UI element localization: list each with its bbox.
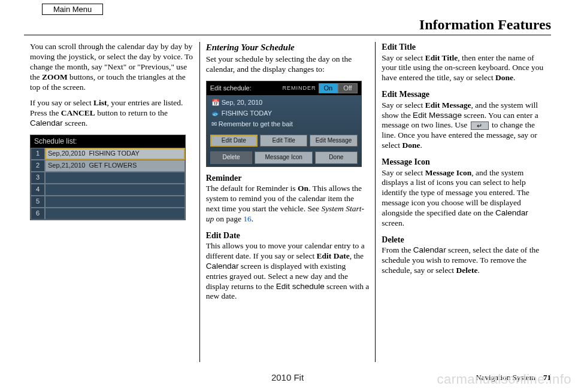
edit-message-button: Edit Message bbox=[310, 135, 357, 147]
edit-line: ✉ Remember to get the bait bbox=[211, 119, 356, 130]
message-icon-button: Message Icon bbox=[255, 151, 313, 164]
edit-schedule-screenshot: Edit schedule: REMINDER On Off 📅 Sep, 20… bbox=[206, 81, 362, 167]
text-calendar: Calendar bbox=[413, 245, 446, 254]
text: . bbox=[477, 266, 479, 275]
text: Sep, 20, 2010 bbox=[222, 99, 263, 106]
row-num: 2 bbox=[31, 160, 45, 172]
row-num: 4 bbox=[31, 184, 45, 196]
reminder-para: The default for Reminder is On. This all… bbox=[206, 184, 370, 224]
text-message-icon: Message Icon bbox=[425, 168, 472, 177]
content-columns: You can scroll through the calendar day … bbox=[24, 42, 551, 362]
text-calendar: Calendar bbox=[495, 208, 528, 217]
list-item bbox=[45, 184, 185, 196]
text-edit-title: Edit Title bbox=[425, 53, 458, 62]
text-on: On bbox=[298, 184, 308, 193]
text-edit-schedule: Edit schedule bbox=[276, 282, 325, 291]
text: button to return to the bbox=[95, 108, 168, 117]
column-3: Edit Title Say or select Edit Title, the… bbox=[375, 42, 551, 362]
text: Say or select bbox=[382, 53, 425, 62]
text: The default for Reminder is bbox=[206, 184, 298, 193]
edit-title-button: Edit Title bbox=[260, 135, 307, 147]
text-done: Done bbox=[402, 141, 420, 150]
text-edit-message-screen: Edit Message bbox=[413, 111, 462, 120]
list-item bbox=[45, 196, 185, 208]
edit-schedule-lines: 📅 Sep, 20, 2010 🐟 FISHING TODAY ✉ Rememb… bbox=[207, 95, 361, 132]
row-text: GET FLOWERS bbox=[89, 162, 137, 170]
column-1: You can scroll through the calendar day … bbox=[24, 42, 199, 362]
edit-message-para: Say or select Edit Message, and the syst… bbox=[382, 101, 545, 151]
col2-intro: Set your schedule by selecting the day o… bbox=[206, 54, 370, 75]
main-menu-button[interactable]: Main Menu bbox=[42, 4, 103, 15]
title-rule bbox=[24, 35, 551, 35]
text: on page bbox=[214, 214, 243, 223]
row-num: 5 bbox=[31, 196, 45, 208]
row-num: 1 bbox=[31, 148, 45, 160]
delete-button: Delete bbox=[210, 151, 253, 164]
reminder-on: On bbox=[319, 83, 338, 94]
text-edit-message: Edit Message bbox=[425, 101, 471, 110]
footer-model: 2010 Fit bbox=[271, 372, 304, 382]
edit-date-button: Edit Date bbox=[210, 135, 258, 147]
edit-title-para: Say or select Edit Title, then enter the… bbox=[382, 53, 545, 84]
page-link[interactable]: 16 bbox=[243, 214, 252, 223]
edit-button-row-1: Edit Date Edit Title Edit Message bbox=[207, 132, 361, 150]
edit-line: 📅 Sep, 20, 2010 bbox=[211, 98, 356, 108]
sub-reminder: Reminder bbox=[206, 173, 370, 184]
schedule-list-header: Schedule list: bbox=[31, 135, 185, 148]
text: Say or select bbox=[382, 168, 425, 177]
delete-para: From the Calendar screen, select the dat… bbox=[382, 245, 545, 276]
list-item bbox=[45, 172, 185, 184]
text-done: Done bbox=[495, 73, 513, 82]
edit-schedule-title: Edit schedule: bbox=[210, 84, 252, 93]
text-delete: Delete bbox=[456, 266, 477, 275]
sub-edit-title: Edit Title bbox=[382, 42, 545, 53]
text: screen. bbox=[382, 218, 404, 227]
sub-edit-date: Edit Date bbox=[206, 230, 370, 241]
list-item bbox=[45, 208, 185, 220]
text: FISHING TODAY bbox=[222, 110, 272, 117]
list-item: Sep,21,2010GET FLOWERS bbox=[45, 160, 185, 172]
reminder-off: Off bbox=[338, 83, 357, 94]
row-num: 3 bbox=[31, 172, 45, 184]
text: . bbox=[513, 73, 515, 82]
column-2: Entering Your Schedule Set your schedule… bbox=[199, 42, 376, 362]
sub-edit-message: Edit Message bbox=[382, 89, 545, 100]
reminder-label: REMINDER bbox=[282, 85, 316, 92]
page-title: Information Features bbox=[419, 17, 551, 33]
list-item: Sep,20,2010FISHING TODAY bbox=[45, 148, 185, 160]
schedule-list-body: 1 2 3 4 5 6 Sep,20,2010FISHING TODAY Sep… bbox=[31, 148, 185, 220]
edit-line: 🐟 FISHING TODAY bbox=[211, 108, 356, 119]
col1-para2: If you say or select List, your entries … bbox=[30, 98, 193, 129]
text-cancel: CANCEL bbox=[61, 108, 95, 117]
watermark: carmanualsonline.info bbox=[437, 372, 571, 387]
schedule-list-numbers: 1 2 3 4 5 6 bbox=[31, 148, 45, 220]
text-calendar: Calendar bbox=[206, 262, 239, 271]
edit-schedule-header: Edit schedule: REMINDER On Off bbox=[207, 81, 361, 96]
row-date: Sep,20,2010 bbox=[48, 150, 85, 158]
sub-delete: Delete bbox=[382, 235, 545, 245]
row-num: 6 bbox=[31, 208, 45, 220]
text: , the bbox=[350, 251, 364, 260]
sub-message-icon: Message Icon bbox=[382, 157, 545, 168]
edit-button-row-2: Delete Message Icon Done bbox=[207, 149, 361, 166]
row-date: Sep,21,2010 bbox=[48, 162, 85, 170]
text: If you say or select bbox=[30, 98, 93, 107]
text-edit-date: Edit Date bbox=[317, 251, 350, 260]
text: . bbox=[252, 214, 253, 223]
text: . bbox=[420, 141, 422, 150]
text-zoom: ZOOM bbox=[42, 72, 68, 81]
text: Remember to get the bait bbox=[219, 120, 293, 127]
done-button: Done bbox=[315, 151, 358, 164]
text: From the bbox=[382, 245, 413, 254]
text: Say or select bbox=[382, 101, 425, 110]
schedule-list-screenshot: Schedule list: 1 2 3 4 5 6 Sep,20,2010FI… bbox=[30, 135, 186, 220]
section-entering-schedule: Entering Your Schedule bbox=[206, 42, 370, 53]
edit-date-para: This allows you to move your calendar en… bbox=[206, 241, 370, 302]
col1-para1: You can scroll through the calendar day … bbox=[30, 42, 193, 92]
schedule-list-rows: Sep,20,2010FISHING TODAY Sep,21,2010GET … bbox=[45, 148, 185, 220]
row-text: FISHING TODAY bbox=[89, 150, 139, 158]
text-calendar: Calendar bbox=[30, 118, 63, 127]
message-icon-para: Say or select Message Icon, and the syst… bbox=[382, 168, 545, 229]
text: screen. bbox=[63, 118, 87, 127]
text-list: List bbox=[93, 98, 107, 107]
